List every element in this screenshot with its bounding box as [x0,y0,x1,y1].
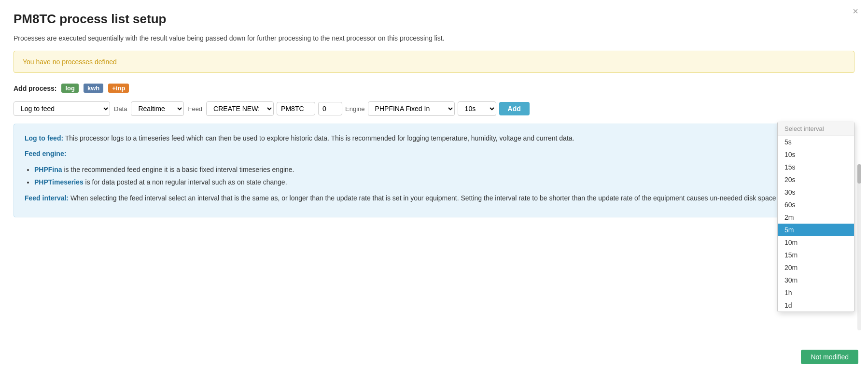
phpfina-text: is the recommended feed engine it is a b… [64,166,294,173]
bottom-bar: Not modified [791,345,868,369]
dropdown-item-2m[interactable]: 2m [778,211,854,224]
page-description: Processes are executed sequentially with… [14,34,854,42]
close-button[interactable]: × [853,6,858,17]
phpfina-label: PHPFina [34,166,62,173]
add-process-row: Add process: log kwh +inp [14,84,854,93]
engine-label: Engine [345,105,364,113]
page-title: PM8TC process list setup [14,12,854,27]
dropdown-item-30s[interactable]: 30s [778,186,854,199]
dropdown-item-5m[interactable]: 5m [778,224,854,236]
process-form-row: Log to feed Data Realtime Feed CREATE NE… [14,101,854,116]
add-button[interactable]: Add [499,102,530,115]
scrollbar-thumb [857,164,861,184]
add-process-label: Add process: [14,85,56,92]
log-to-feed-label: Log to feed: [25,134,63,142]
modal-container: × PM8TC process list setup Processes are… [0,0,868,369]
interval-select[interactable]: 10s [458,101,496,116]
log-to-feed-text: This processor logs to a timeseries feed… [65,134,574,142]
dropdown-item-10s[interactable]: 10s [778,148,854,161]
dropdown-item-1d[interactable]: 1d [778,299,854,312]
scrollbar[interactable] [857,164,861,330]
feed-name-input[interactable] [277,102,315,115]
tag-kwh[interactable]: kwh [84,84,103,93]
feed-id-input[interactable] [318,102,342,115]
engine-select[interactable]: PHPFINA Fixed In [368,101,455,116]
feed-source-select[interactable]: CREATE NEW: [206,101,274,116]
dropdown-item-60s[interactable]: 60s [778,199,854,211]
phptimeseries-label: PHPTimeseries [34,178,84,186]
dropdown-header: Select interval [778,122,854,136]
dropdown-item-15s[interactable]: 15s [778,161,854,173]
dropdown-item-15m[interactable]: 15m [778,249,854,261]
warning-box: You have no processes defined [14,51,854,73]
dropdown-item-1h[interactable]: 1h [778,286,854,299]
tag-inp[interactable]: +inp [108,84,129,93]
phptimeseries-text: is for data posted at a non regular inte… [85,178,287,186]
feed-interval-label: Feed interval: [25,194,69,202]
dropdown-item-5s[interactable]: 5s [778,136,854,148]
dropdown-item-30m[interactable]: 30m [778,274,854,286]
data-label: Data [114,105,127,113]
feed-label: Feed [188,105,202,113]
dropdown-item-20s[interactable]: 20s [778,173,854,186]
interval-dropdown[interactable]: Select interval 5s 10s 15s 20s 30s 60s 2… [777,122,854,312]
data-select[interactable]: Realtime [131,101,184,116]
dropdown-item-20m[interactable]: 20m [778,261,854,274]
feed-interval-text: When selecting the feed interval select … [70,194,815,202]
info-box: Log to feed: This processor logs to a ti… [14,124,854,217]
dropdown-item-10m[interactable]: 10m [778,236,854,249]
tag-log[interactable]: log [61,84,79,93]
process-select[interactable]: Log to feed [14,101,110,116]
not-modified-button[interactable]: Not modified [801,350,858,364]
feed-engine-label: Feed engine: [25,150,66,157]
